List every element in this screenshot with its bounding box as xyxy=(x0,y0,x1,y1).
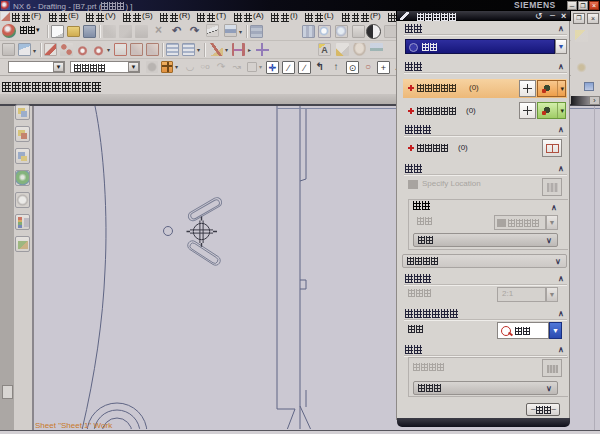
svg-text:Sheet "Sheet 1" Work: Sheet "Sheet 1" Work xyxy=(35,421,113,430)
